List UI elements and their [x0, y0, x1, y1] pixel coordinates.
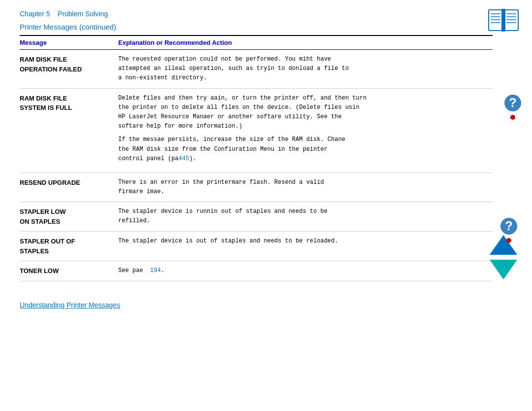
book-icon-container: [487, 8, 520, 37]
svg-rect-2: [501, 9, 505, 32]
table-row: RESEND UPGRADE There is an error in the …: [20, 173, 493, 202]
message-explanation: The stapler device is out of staples and…: [118, 237, 493, 256]
svg-point-13: [510, 115, 515, 120]
footer-section: Understanding Printer Messages: [20, 291, 512, 309]
col-explanation-header: Explanation or Recommended Action: [118, 39, 493, 46]
svg-point-16: [506, 238, 511, 243]
table-row: STAPLER LOWON STAPLES The stapler device…: [20, 202, 493, 232]
table-row: STAPLER OUT OFSTAPLES The stapler device…: [20, 232, 493, 261]
message-explanation: The reuested operation could not be perf…: [118, 55, 493, 83]
chapter-number: Chapter 5: [20, 10, 50, 18]
message-explanation: See pae 194.: [118, 266, 493, 276]
page-link-194[interactable]: 194: [150, 267, 161, 274]
svg-text:?: ?: [509, 95, 517, 110]
svg-text:?: ?: [505, 218, 513, 233]
table-row: TONER LOW See pae 194.: [20, 261, 493, 281]
question-icon-2: ?: [499, 217, 518, 245]
message-explanation: Delete files and then try aain, or turn …: [118, 94, 493, 168]
table-row: RAM DISK FILESYSTEM IS FULL Delete files…: [20, 89, 493, 173]
message-label: RESEND UPGRADE: [20, 178, 118, 197]
col-message-header: Message: [20, 39, 118, 46]
footer-link[interactable]: Understanding Printer Messages: [20, 301, 120, 309]
message-explanation: There is an error in the printermare fla…: [118, 178, 493, 197]
section-title: Printer Messages (continued): [20, 23, 512, 31]
page-header: Chapter 5 Problem Solving 238: [20, 10, 512, 18]
book-icon: [487, 8, 520, 35]
svg-rect-1: [504, 10, 518, 31]
page-link-445[interactable]: 445: [178, 155, 189, 162]
message-explanation: The stapler device is runnin out of stap…: [118, 207, 493, 226]
section-name: Problem Solving: [58, 10, 108, 18]
message-label: RAM DISK FILESYSTEM IS FULL: [20, 94, 118, 168]
svg-rect-0: [489, 10, 502, 31]
chapter-label: Chapter 5 Problem Solving: [20, 10, 108, 18]
table-header: Message Explanation or Recommended Actio…: [20, 36, 493, 50]
arrow-down-button[interactable]: [490, 260, 517, 279]
printer-messages-table: Message Explanation or Recommended Actio…: [20, 35, 493, 281]
message-label: STAPLER LOWON STAPLES: [20, 207, 118, 226]
question-icon-1: ?: [503, 94, 522, 122]
message-label: TONER LOW: [20, 266, 118, 276]
message-label: RAM DISK FILEOPERATION FAILED: [20, 55, 118, 83]
page-container: Chapter 5 Problem Solving 238 Printer Me…: [0, 0, 532, 319]
message-label: STAPLER OUT OFSTAPLES: [20, 237, 118, 256]
table-row: RAM DISK FILEOPERATION FAILED The reuest…: [20, 50, 493, 89]
